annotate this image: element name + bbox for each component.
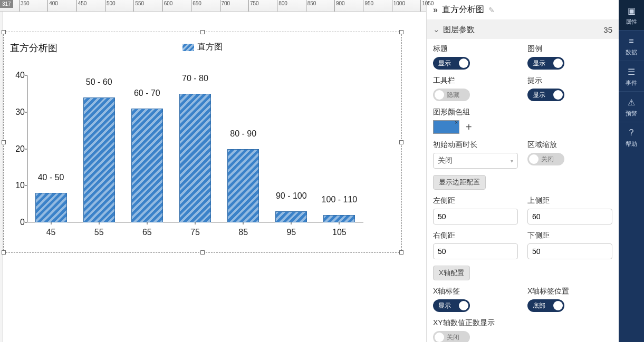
properties-icon: ▣ xyxy=(626,5,637,16)
label-margin-left: 左侧距 xyxy=(433,196,518,206)
label-zoom: 区域缩放 xyxy=(527,140,612,150)
label-legend: 图例 xyxy=(527,44,612,54)
color-chip[interactable]: × xyxy=(433,120,459,134)
help-icon: ? xyxy=(626,128,637,138)
bar-label: 90 - 100 xyxy=(276,191,307,201)
sidebar-item-events[interactable]: ☰ 事件 xyxy=(619,61,644,91)
sidebar-item-help[interactable]: ? 帮助 xyxy=(619,122,644,152)
toggle-toolbar[interactable]: 隐藏 xyxy=(433,89,470,101)
alert-icon: ⚠ xyxy=(626,97,637,108)
ruler-badge: 317 xyxy=(0,0,13,8)
sidebar-item-label: 帮助 xyxy=(626,140,637,148)
section-header[interactable]: ⌄图层参数 35 xyxy=(427,20,619,39)
bar-label: 40 - 50 xyxy=(38,173,64,182)
toggle-tooltip[interactable]: 显示 xyxy=(527,89,564,101)
resize-handle[interactable] xyxy=(2,30,6,34)
chart-title: 直方分析图 xyxy=(10,42,57,54)
bar-label: 80 - 90 xyxy=(230,129,256,139)
toggle-xaxis-position[interactable]: 底部 xyxy=(527,299,564,312)
chart-axes: 0102030404540 - 505550 - 606560 - 707570… xyxy=(27,75,363,222)
resize-handle[interactable] xyxy=(200,30,205,34)
resize-handle[interactable] xyxy=(2,140,6,144)
bar-label: 70 - 80 xyxy=(182,74,208,83)
sidebar-item-label: 事件 xyxy=(626,79,637,87)
label-xy-positive: XY轴数值正数显示 xyxy=(433,318,612,328)
bar xyxy=(131,109,163,222)
section-count: 35 xyxy=(603,25,612,34)
edit-icon[interactable]: ✎ xyxy=(488,6,495,14)
chevron-down-icon: ▾ xyxy=(511,158,513,164)
margin-config-button[interactable]: 显示边距配置 xyxy=(433,175,486,190)
bar-label: 60 - 70 xyxy=(134,89,160,98)
chart: 直方分析图 直方图 0102030404540 - 505550 - 60656… xyxy=(10,38,395,246)
chart-selection[interactable]: 直方分析图 直方图 0102030404540 - 505550 - 60656… xyxy=(3,32,402,253)
right-sidebar: ▣ 属性 ≡ 数据 ☰ 事件 ⚠ 预警 ? 帮助 xyxy=(619,0,644,342)
select-animation[interactable]: 关闭▾ xyxy=(433,153,518,169)
label-colorgroup: 图形颜色组 xyxy=(433,108,612,117)
input-margin-left[interactable] xyxy=(433,209,518,224)
sidebar-item-props[interactable]: ▣ 属性 xyxy=(619,0,644,30)
bar xyxy=(275,211,307,222)
properties-body: 标题 显示 图例 显示 工具栏 隐藏 提示 显示 图形颜色组 × xyxy=(427,39,619,342)
label-margin-right: 右侧距 xyxy=(433,231,518,240)
label-tooltip: 提示 xyxy=(527,76,612,85)
legend-label: 直方图 xyxy=(197,42,223,53)
toggle-xy-positive[interactable]: 关闭 xyxy=(433,331,470,342)
section-title: 图层参数 xyxy=(443,25,475,34)
toggle-xaxis-label[interactable]: 显示 xyxy=(433,299,470,312)
bar-label: 100 - 110 xyxy=(322,195,358,204)
resize-handle[interactable] xyxy=(399,250,403,255)
input-margin-bottom[interactable] xyxy=(527,243,612,259)
bar xyxy=(35,193,67,222)
properties-panel: » 直方分析图 ✎ ⌄图层参数 35 标题 显示 图例 显示 工具栏 隐藏 提示… xyxy=(426,0,619,342)
bar xyxy=(83,97,115,222)
resize-handle[interactable] xyxy=(399,30,403,34)
label-margin-bottom: 下侧距 xyxy=(527,231,612,240)
label-xaxis-position: X轴标签位置 xyxy=(527,287,612,296)
sidebar-item-alert[interactable]: ⚠ 预警 xyxy=(619,92,644,122)
resize-handle[interactable] xyxy=(200,250,205,255)
chart-legend: 直方图 xyxy=(182,42,223,53)
label-animation: 初始动画时长 xyxy=(433,140,518,150)
panel-title: 直方分析图 xyxy=(442,4,484,15)
sidebar-item-label: 属性 xyxy=(626,18,637,26)
bar xyxy=(227,149,259,223)
bar xyxy=(323,215,355,222)
toggle-zoom[interactable]: 关闭 xyxy=(527,153,564,165)
resize-handle[interactable] xyxy=(399,140,403,144)
label-toolbar: 工具栏 xyxy=(433,76,518,85)
bar xyxy=(179,94,211,222)
sidebar-item-data[interactable]: ≡ 数据 xyxy=(619,31,644,61)
canvas-area[interactable]: 317 350400450500550600650700750800850900… xyxy=(0,0,426,342)
y-axis-line xyxy=(27,75,27,222)
label-title: 标题 xyxy=(433,44,518,54)
label-xaxis-label: X轴标签 xyxy=(433,287,518,296)
bar-label: 50 - 60 xyxy=(86,77,112,87)
sidebar-item-label: 预警 xyxy=(626,110,637,118)
input-margin-right[interactable] xyxy=(433,243,518,259)
label-margin-top: 上侧距 xyxy=(527,196,612,206)
xaxis-config-button[interactable]: X轴配置 xyxy=(433,266,470,280)
legend-swatch xyxy=(182,44,194,51)
resize-handle[interactable] xyxy=(2,250,6,255)
ruler-horizontal: 317 350400450500550600650700750800850900… xyxy=(0,0,426,12)
chevron-down-icon: ⌄ xyxy=(433,25,440,34)
close-icon[interactable]: × xyxy=(455,120,458,125)
data-icon: ≡ xyxy=(626,36,637,46)
add-color-button[interactable]: + xyxy=(466,121,472,133)
events-icon: ☰ xyxy=(626,66,637,77)
toggle-title[interactable]: 显示 xyxy=(433,57,470,70)
toggle-legend[interactable]: 显示 xyxy=(527,57,564,70)
sidebar-item-label: 数据 xyxy=(626,48,637,56)
input-margin-top[interactable] xyxy=(527,209,612,224)
properties-header: » 直方分析图 ✎ xyxy=(427,0,619,20)
